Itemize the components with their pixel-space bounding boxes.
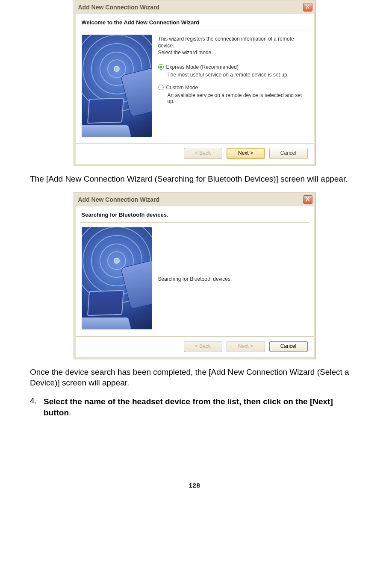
- paragraph-searching: The [Add New Connection Wizard (Searchin…: [30, 173, 359, 185]
- step-text-bold: Select the name of the headset device fr…: [44, 397, 333, 417]
- close-icon[interactable]: X: [303, 195, 312, 204]
- option-custom[interactable]: Custom Mode: [158, 85, 308, 91]
- titlebar: Add New Connection Wizard X: [76, 194, 314, 206]
- wizard-desc-line1: This wizard registers the connection inf…: [158, 35, 308, 49]
- wizard-dialog-welcome: Add New Connection Wizard X Welcome to t…: [74, 0, 315, 166]
- titlebar: Add New Connection Wizard X: [76, 2, 314, 14]
- option-express-sub: The most useful service on a remote devi…: [168, 72, 308, 78]
- wizard-graphic: [82, 35, 152, 137]
- step-text-tail: .: [69, 408, 71, 417]
- content-row: This wizard registers the connection inf…: [76, 35, 314, 143]
- next-button[interactable]: Next >: [227, 148, 265, 159]
- cancel-button[interactable]: Cancel: [269, 341, 308, 352]
- close-icon[interactable]: X: [303, 3, 312, 12]
- separator: [80, 222, 309, 223]
- button-row: < Back Next > Cancel: [76, 143, 314, 164]
- wizard-heading: Searching for Bluetooth devices.: [76, 211, 314, 222]
- option-express-label: Express Mode (Recommended): [166, 64, 239, 70]
- step-4: 4. Select the name of the headset device…: [30, 396, 359, 418]
- dialog-client: Welcome to the Add New Connection Wizard…: [76, 14, 314, 164]
- laptop-icon: [82, 98, 131, 137]
- window-title: Add New Connection Wizard: [78, 4, 159, 11]
- right-pane: This wizard registers the connection inf…: [158, 35, 308, 137]
- content-row: Searching for Bluetooth devices.: [76, 227, 314, 336]
- button-row: < Back Next > Cancel: [76, 336, 314, 357]
- wizard-desc-line2: Select the wizard mode.: [158, 49, 308, 56]
- wizard-dialog-searching: Add New Connection Wizard X Searching fo…: [74, 192, 315, 359]
- dialog-client: Searching for Bluetooth devices. Searchi…: [76, 206, 314, 357]
- paragraph-select-device: Once the device search has been complete…: [30, 367, 359, 388]
- cancel-button[interactable]: Cancel: [269, 148, 308, 159]
- wizard-graphic: [82, 227, 152, 329]
- option-express[interactable]: Express Mode (Recommended): [158, 64, 308, 70]
- wizard-heading: Welcome to the Add New Connection Wizard: [76, 18, 314, 30]
- searching-status: Searching for Bluetooth devices.: [158, 228, 308, 330]
- option-custom-sub: An available service on a remote device …: [168, 92, 308, 104]
- step-text: Select the name of the headset device fr…: [44, 396, 359, 418]
- option-custom-label: Custom Mode: [166, 85, 198, 91]
- back-button: < Back: [184, 341, 222, 352]
- page-number: 128: [0, 478, 389, 502]
- next-button: Next >: [227, 341, 265, 352]
- step-number: 4.: [30, 396, 39, 418]
- radio-icon[interactable]: [158, 64, 164, 70]
- radio-icon[interactable]: [158, 85, 164, 90]
- back-button: < Back: [184, 148, 222, 159]
- separator: [80, 30, 309, 30]
- laptop-icon: [82, 291, 131, 329]
- window-title: Add New Connection Wizard: [78, 196, 159, 203]
- right-pane: Searching for Bluetooth devices.: [158, 227, 308, 330]
